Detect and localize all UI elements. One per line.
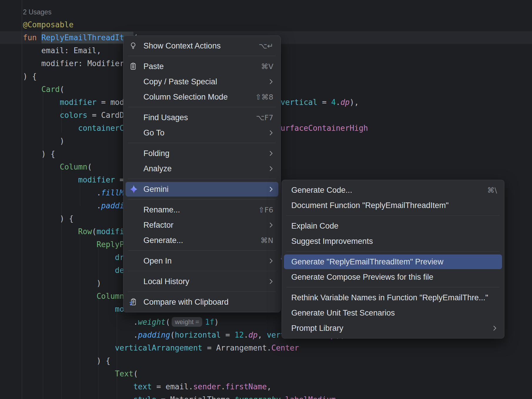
menu-item-document-function-replyemailthreaditem[interactable]: Document Function "ReplyEmailThreadItem" — [282, 198, 504, 213]
menu-item-label: Prompt Library — [291, 324, 343, 333]
menu-item-refactor[interactable]: Refactor — [123, 217, 280, 233]
menu-item-label: Gemini — [143, 185, 169, 194]
menu-item-label: Find Usages — [143, 113, 188, 122]
paste-icon — [129, 62, 143, 71]
menu-separator — [123, 140, 280, 146]
menu-item-gemini[interactable]: Gemini — [123, 182, 280, 197]
menu-item-rename[interactable]: Rename...⇧F6 — [123, 202, 280, 217]
menu-item-label: Rename... — [143, 205, 180, 214]
compare-clipboard-icon — [129, 298, 143, 306]
code-line: Text( — [23, 367, 368, 380]
menu-item-find-usages[interactable]: Find Usages⌥F7 — [123, 110, 280, 125]
menu-item-show-context-actions[interactable]: Show Context Actions⌥↵ — [123, 38, 280, 53]
menu-item-paste[interactable]: Paste⌘V — [123, 59, 280, 74]
submenu-arrow-icon — [260, 257, 273, 264]
menu-item-label: Paste — [143, 62, 164, 71]
menu-separator — [282, 285, 504, 290]
menu-item-label: Document Function "ReplyEmailThreadItem" — [291, 201, 449, 210]
menu-item-explain-code[interactable]: Explain Code — [282, 218, 504, 234]
menu-shortcut: ⇧F6 — [250, 206, 273, 214]
menu-item-go-to[interactable]: Go To — [123, 125, 280, 140]
menu-item-label: Folding — [143, 149, 170, 158]
menu-item-prompt-library[interactable]: Prompt Library — [282, 321, 504, 336]
menu-item-column-selection-mode[interactable]: Column Selection Mode⇧⌘8 — [123, 89, 280, 105]
menu-item-label: Go To — [143, 128, 165, 138]
menu-item-label: Generate... — [143, 236, 183, 245]
menu-shortcut: ⌥↵ — [250, 42, 273, 50]
submenu-arrow-icon — [260, 78, 273, 85]
menu-separator — [282, 249, 504, 254]
menu-separator — [123, 105, 280, 110]
menu-shortcut: ⌘\ — [479, 186, 497, 195]
context-menu: Show Context Actions⌥↵ Paste⌘VCopy / Pas… — [123, 36, 281, 312]
menu-item-copy-paste-special[interactable]: Copy / Paste Special — [123, 74, 280, 89]
menu-item-generate[interactable]: Generate...⌘N — [123, 233, 280, 248]
gutter-separator — [22, 0, 22, 399]
menu-item-label: Open In — [143, 256, 172, 266]
ide-editor-screen: 2 Usages@Composablefun ReplyEmailThreadI… — [0, 0, 532, 399]
highlighted-identifier: ReplyEmailThreadItem — [41, 32, 133, 43]
menu-item-local-history[interactable]: Local History — [123, 274, 280, 289]
menu-separator — [123, 269, 280, 274]
menu-separator — [123, 53, 280, 59]
code-line: text = email.sender.firstName, — [23, 380, 368, 393]
menu-separator — [123, 248, 280, 253]
submenu-arrow-icon — [484, 325, 497, 332]
menu-separator — [282, 213, 504, 218]
menu-item-rethink-variable-names-in-function-replyemailthre[interactable]: Rethink Variable Names in Function "Repl… — [282, 290, 504, 305]
menu-item-label: Generate Code... — [291, 186, 352, 195]
menu-item-open-in[interactable]: Open In — [123, 253, 280, 269]
submenu-arrow-icon — [260, 186, 273, 193]
menu-item-label: Copy / Paste Special — [143, 77, 217, 86]
menu-item-compare-with-clipboard[interactable]: Compare with Clipboard — [123, 294, 280, 310]
menu-item-label: Show Context Actions — [143, 41, 221, 51]
menu-item-label: Rethink Variable Names in Function "Repl… — [291, 293, 488, 302]
menu-item-generate-code[interactable]: Generate Code...⌘\ — [282, 182, 504, 198]
menu-item-folding[interactable]: Folding — [123, 146, 280, 161]
gemini-submenu: Generate Code...⌘\Document Function "Rep… — [282, 180, 504, 338]
menu-separator — [123, 289, 280, 294]
submenu-arrow-icon — [260, 165, 273, 172]
menu-separator — [123, 197, 280, 202]
gemini-sparkle-icon — [129, 184, 143, 194]
menu-shortcut: ⌥F7 — [247, 113, 273, 122]
menu-shortcut: ⌘N — [252, 236, 273, 245]
menu-item-label: Explain Code — [291, 222, 339, 231]
code-line: verticalArrangement = Arrangement.Center — [23, 341, 368, 354]
menu-item-generate-replyemailthreaditem-preview[interactable]: Generate "ReplyEmailThreadItem" Preview — [282, 254, 504, 269]
submenu-arrow-icon — [260, 129, 273, 136]
menu-item-label: Compare with Clipboard — [143, 298, 229, 307]
menu-item-label: Suggest Improvements — [291, 237, 373, 246]
submenu-arrow-icon — [260, 222, 273, 229]
menu-shortcut: ⇧⌘8 — [246, 93, 273, 101]
menu-item-label: Analyze — [143, 164, 172, 173]
menu-item-label: Generate "ReplyEmailThreadItem" Preview — [291, 257, 443, 266]
usages-inlay-hint: 2 Usages — [23, 5, 368, 18]
code-line: style = MaterialTheme.typography.labelMe… — [23, 393, 368, 399]
menu-item-analyze[interactable]: Analyze — [123, 161, 280, 176]
menu-item-label: Refactor — [143, 221, 173, 230]
menu-item-label: Generate Unit Test Scenarios — [291, 309, 395, 318]
code-line: ) { — [23, 354, 368, 367]
menu-item-generate-compose-previews-for-this-file[interactable]: Generate Compose Previews for this file — [282, 269, 504, 285]
submenu-arrow-icon — [260, 150, 273, 157]
inline-parameter-hint: weight = — [172, 317, 203, 327]
submenu-arrow-icon — [260, 278, 273, 285]
menu-item-label: Generate Compose Previews for this file — [291, 273, 433, 282]
menu-item-generate-unit-test-scenarios[interactable]: Generate Unit Test Scenarios — [282, 305, 504, 321]
menu-separator — [123, 176, 280, 182]
code-line: @Composable — [23, 18, 368, 31]
menu-item-label: Local History — [143, 277, 189, 286]
menu-item-suggest-improvements[interactable]: Suggest Improvements — [282, 234, 504, 249]
menu-item-label: Column Selection Mode — [143, 93, 228, 102]
lightbulb-icon — [129, 41, 143, 50]
menu-shortcut: ⌘V — [252, 62, 273, 71]
